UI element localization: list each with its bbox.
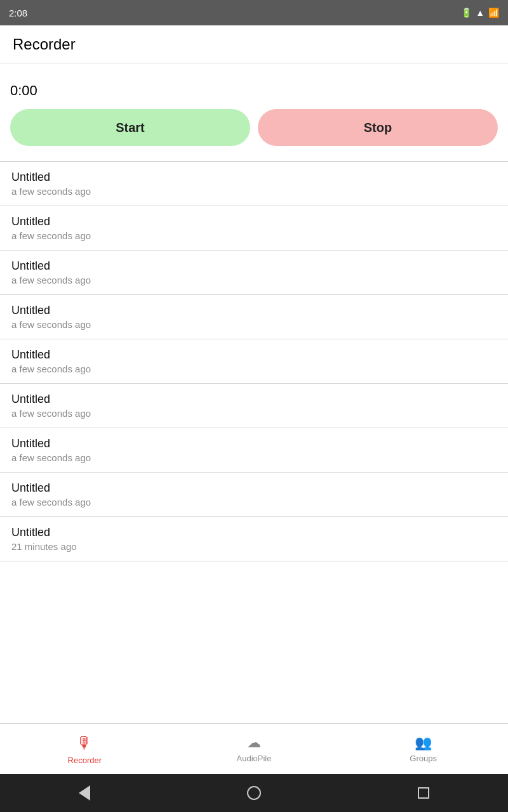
recents-button[interactable]	[415, 784, 432, 802]
recording-timestamp: a few seconds ago	[11, 186, 497, 197]
battery-icon: 🔋	[461, 8, 472, 18]
app-bar: Recorder	[0, 25, 508, 63]
recording-title: Untitled	[11, 348, 497, 362]
status-bar: 2:08 🔋 ▲ 📶	[0, 0, 508, 25]
timer-section: 0:00 Start Stop	[0, 63, 508, 161]
status-time: 2:08	[9, 8, 27, 18]
nav-item-groups[interactable]: 👥 Groups	[338, 735, 508, 763]
recording-item[interactable]: Untitleda few seconds ago	[0, 428, 508, 473]
wifi-icon: ▲	[476, 8, 485, 18]
back-button[interactable]	[76, 784, 93, 802]
page-title: Recorder	[13, 36, 76, 53]
recording-title: Untitled	[11, 526, 497, 539]
recents-icon	[418, 787, 429, 799]
recording-timestamp: a few seconds ago	[11, 363, 497, 374]
nav-label-recorder: Recorder	[68, 756, 102, 765]
control-buttons: Start Stop	[10, 109, 498, 146]
recording-item[interactable]: Untitleda few seconds ago	[0, 473, 508, 517]
home-button[interactable]	[245, 784, 263, 802]
main-content: 0:00 Start Stop Untitleda few seconds ag…	[0, 63, 508, 723]
signal-icon: 📶	[488, 8, 499, 18]
recording-timestamp: a few seconds ago	[11, 408, 497, 419]
start-button[interactable]: Start	[10, 109, 250, 146]
nav-item-recorder[interactable]: 🎙 Recorder	[0, 733, 170, 765]
recording-timestamp: a few seconds ago	[11, 230, 497, 241]
recorder-icon: 🎙	[76, 733, 93, 753]
bottom-nav: 🎙 Recorder ☁ AudioPile 👥 Groups	[0, 723, 508, 774]
recording-title: Untitled	[11, 481, 497, 495]
recording-item[interactable]: Untitleda few seconds ago	[0, 251, 508, 295]
timer-display: 0:00	[10, 82, 498, 99]
nav-label-audiopile: AudioPile	[237, 754, 272, 763]
recording-title: Untitled	[11, 393, 497, 406]
recording-item[interactable]: Untitleda few seconds ago	[0, 295, 508, 339]
recording-item[interactable]: Untitleda few seconds ago	[0, 162, 508, 206]
stop-button[interactable]: Stop	[258, 109, 498, 146]
back-icon	[79, 785, 90, 801]
recording-timestamp: a few seconds ago	[11, 452, 497, 463]
nav-label-groups: Groups	[410, 754, 437, 763]
recording-title: Untitled	[11, 171, 497, 184]
groups-icon: 👥	[415, 735, 432, 751]
recording-title: Untitled	[11, 437, 497, 450]
recording-item[interactable]: Untitleda few seconds ago	[0, 206, 508, 251]
recording-timestamp: a few seconds ago	[11, 497, 497, 508]
recording-title: Untitled	[11, 304, 497, 317]
recording-timestamp: 21 minutes ago	[11, 541, 497, 552]
recording-item[interactable]: Untitled21 minutes ago	[0, 517, 508, 561]
recording-title: Untitled	[11, 259, 497, 273]
recording-timestamp: a few seconds ago	[11, 275, 497, 285]
nav-item-audiopile[interactable]: ☁ AudioPile	[170, 735, 339, 763]
recording-timestamp: a few seconds ago	[11, 319, 497, 330]
recording-item[interactable]: Untitleda few seconds ago	[0, 384, 508, 428]
home-icon	[247, 786, 261, 800]
audiopile-icon: ☁	[247, 735, 261, 751]
system-nav	[0, 774, 508, 812]
recording-list: Untitleda few seconds agoUntitleda few s…	[0, 162, 508, 723]
recording-title: Untitled	[11, 215, 497, 228]
recording-item[interactable]: Untitleda few seconds ago	[0, 339, 508, 384]
status-icons: 🔋 ▲ 📶	[461, 8, 499, 18]
